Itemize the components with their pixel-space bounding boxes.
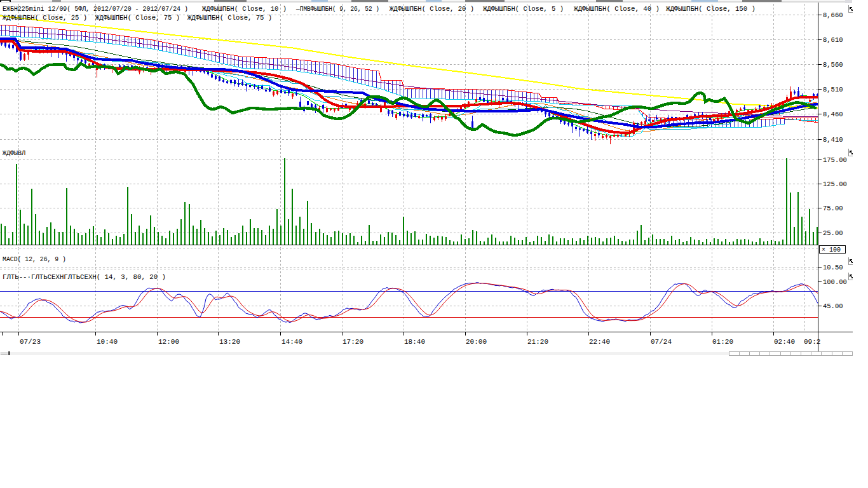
svg-text:20:00: 20:00: [466, 338, 487, 346]
svg-text:MACD( 12, 26, 9 ): MACD( 12, 26, 9 ): [3, 255, 66, 263]
svg-text:07/24: 07/24: [651, 338, 672, 346]
svg-text:45.00: 45.00: [823, 302, 843, 310]
svg-text:ЖДФЫШПБН( Close, 150 ): ЖДФЫШПБН( Close, 150 ): [666, 5, 756, 13]
svg-text:22:40: 22:40: [589, 338, 610, 346]
svg-text:ЖДФЫВЛ: ЖДФЫВЛ: [3, 149, 25, 157]
svg-text:13:20: 13:20: [219, 338, 240, 346]
svg-text:ЖДФЫШПБН( Close, 25 ): ЖДФЫШПБН( Close, 25 ): [3, 14, 87, 22]
svg-text:07/23: 07/23: [20, 338, 41, 346]
svg-text:× 100: × 100: [822, 247, 841, 254]
svg-text:09:2: 09:2: [804, 338, 820, 346]
svg-text:8,410: 8,410: [823, 136, 843, 144]
svg-text:02:40: 02:40: [774, 338, 795, 346]
svg-text:8,560: 8,560: [823, 61, 843, 69]
svg-text:175.00: 175.00: [823, 156, 847, 164]
svg-text:8,660: 8,660: [823, 11, 843, 19]
svg-text:8,460: 8,460: [823, 111, 843, 118]
svg-text:01:20: 01:20: [712, 338, 733, 346]
svg-text:14:40: 14:40: [281, 338, 302, 346]
svg-text:8,510: 8,510: [823, 86, 843, 93]
svg-text:8,610: 8,610: [823, 36, 843, 44]
svg-text:12:00: 12:00: [158, 338, 179, 346]
svg-text:100.00: 100.00: [823, 278, 847, 286]
svg-text:125.00: 125.00: [823, 180, 847, 188]
svg-text:ЖДФЫШПБН( Close, 20 ): ЖДФЫШПБН( Close, 20 ): [390, 5, 474, 13]
svg-text:ГЛТЬ--·ГЛТЬСЕХНГЛТЬСЕХН( 14, 3: ГЛТЬ--·ГЛТЬСЕХНГЛТЬСЕХН( 14, 3, 80, 20 ): [3, 273, 166, 281]
svg-text:21:20: 21:20: [527, 338, 548, 346]
svg-text:10.50: 10.50: [823, 264, 843, 271]
svg-text:ЖДФЫШПБН( Close, 75 ): ЖДФЫШПБН( Close, 75 ): [95, 14, 180, 22]
svg-text:17:20: 17:20: [342, 338, 363, 346]
svg-text:25.00: 25.00: [823, 229, 843, 237]
svg-text:ЕЖБН225mini 12/09( 5ФЛ, 2012/0: ЕЖБН225mini 12/09( 5ФЛ, 2012/07/20 - 201…: [3, 5, 188, 13]
svg-text:ЖДФЫШПБН( Close, 40 ): ЖДФЫШПБН( Close, 40 ): [574, 5, 660, 13]
svg-text:—ПМВФЫШПБН( 9, 26, 52 ): —ПМВФЫШПБН( 9, 26, 52 ): [295, 5, 379, 13]
svg-text:ЖДФЫШПБН( Close, 10 ): ЖДФЫШПБН( Close, 10 ): [202, 5, 287, 13]
svg-text:10:40: 10:40: [97, 338, 118, 346]
svg-text:ЖДФЫШПБН( Close, 75 ): ЖДФЫШПБН( Close, 75 ): [187, 14, 272, 22]
svg-text:ЖДФЫШПБН( Close, 5 ): ЖДФЫШПБН( Close, 5 ): [483, 5, 564, 13]
svg-text:18:40: 18:40: [404, 338, 425, 346]
svg-text:75.00: 75.00: [823, 205, 843, 212]
